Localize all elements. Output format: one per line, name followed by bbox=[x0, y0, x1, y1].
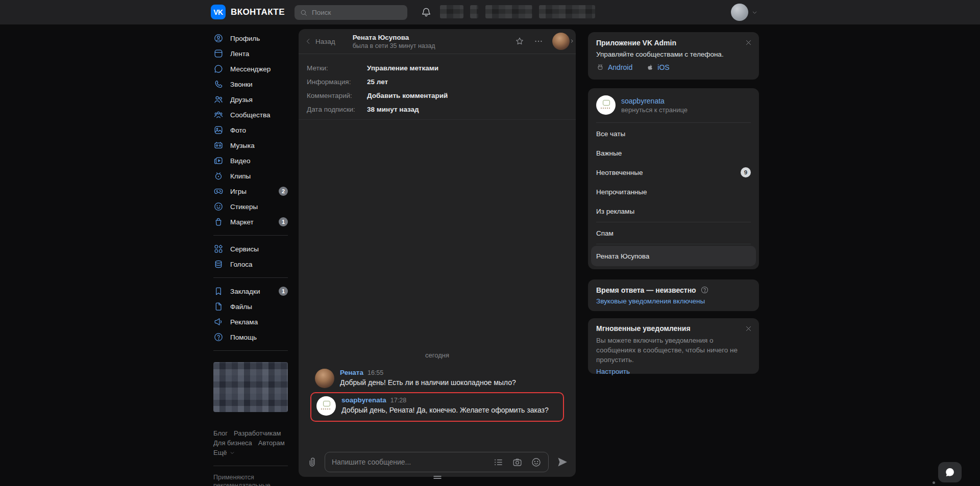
more-options-icon[interactable] bbox=[533, 36, 544, 46]
footer-link[interactable]: Авторам bbox=[258, 439, 285, 447]
sidebar-item-video[interactable]: Видео bbox=[213, 153, 288, 168]
sidebar-item-label: Фото bbox=[230, 126, 246, 134]
chat-user-avatar[interactable] bbox=[552, 33, 570, 50]
back-to-page-link[interactable]: вернуться к странице bbox=[621, 106, 688, 114]
sidebar-ad-blurred[interactable] bbox=[213, 362, 288, 412]
filter-item[interactable]: Из рекламы bbox=[588, 201, 759, 221]
sidebar-item-photos[interactable]: Фото bbox=[213, 122, 288, 138]
vk-logo[interactable]: VK ВКОНТАКТЕ bbox=[211, 5, 285, 19]
footer-more-button[interactable]: Ещё bbox=[213, 448, 295, 457]
sidebar-item-label: Сообщества bbox=[230, 111, 270, 119]
notifications-bell-icon[interactable] bbox=[421, 7, 432, 18]
footer-link[interactable]: Блог bbox=[213, 429, 228, 437]
feed-icon bbox=[213, 48, 224, 59]
sidebar-item-bookmarks[interactable]: Закладки1 bbox=[213, 284, 288, 299]
vk-wordmark: ВКОНТАКТЕ bbox=[231, 7, 285, 17]
filter-label: Непрочитанные bbox=[596, 188, 647, 196]
back-button[interactable]: Назад bbox=[305, 38, 335, 45]
sidebar-item-votes[interactable]: Голоса bbox=[213, 257, 288, 272]
sidebar-item-messenger[interactable]: Мессенджер bbox=[213, 61, 288, 76]
android-store-link[interactable]: Android bbox=[596, 63, 632, 71]
composer-placeholder: Напишите сообщение... bbox=[332, 458, 485, 466]
sidebar-item-music[interactable]: Музыка bbox=[213, 138, 288, 153]
sidebar-item-communities[interactable]: Сообщества bbox=[213, 107, 288, 122]
sound-notifications-link[interactable]: Звуковые уведомления включены bbox=[596, 297, 751, 305]
sidebar-item-label: Помощь bbox=[230, 334, 257, 341]
sidebar-item-stickers[interactable]: Стикеры bbox=[213, 199, 288, 214]
message-incoming[interactable]: Рената 16:55 Добрый день! Есть ли в нали… bbox=[315, 369, 516, 388]
message-templates-icon[interactable] bbox=[493, 457, 504, 468]
sidebar-item-services[interactable]: Сервисы bbox=[213, 241, 288, 257]
vk-app: VK ВКОНТАКТЕ Поиск ПрофильЛентаМессендже… bbox=[0, 0, 980, 486]
chat-title-block: Рената Юсупова была в сети 35 минут наза… bbox=[353, 34, 435, 49]
message-avatar[interactable] bbox=[315, 369, 334, 388]
community-avatar[interactable] bbox=[596, 95, 616, 115]
sidebar-item-calls[interactable]: Звонки bbox=[213, 76, 288, 92]
sidebar-item-files[interactable]: Файлы bbox=[213, 299, 288, 314]
instant-notifications-card: Мгновенные уведомления Вы можете включит… bbox=[588, 318, 759, 374]
apple-store-link[interactable]: iOS bbox=[646, 63, 669, 71]
footer-link[interactable]: Разработчикам bbox=[234, 429, 281, 437]
chat-info-row: Метки:Управление метками bbox=[307, 61, 568, 75]
question-circle-icon[interactable] bbox=[700, 286, 709, 294]
filter-item[interactable]: Неотвеченные9 bbox=[588, 163, 759, 182]
favorite-star-icon[interactable] bbox=[514, 36, 525, 46]
filter-item[interactable]: Важные bbox=[588, 143, 759, 163]
support-chat-button[interactable] bbox=[938, 462, 962, 482]
search-icon bbox=[300, 9, 308, 17]
camera-icon[interactable] bbox=[512, 457, 523, 468]
message-author[interactable]: Рената bbox=[340, 369, 363, 376]
counter-badge: 1 bbox=[279, 287, 288, 296]
message-avatar[interactable] bbox=[316, 396, 336, 416]
sidebar-item-profile[interactable]: Профиль bbox=[213, 31, 288, 46]
top-bar: VK ВКОНТАКТЕ Поиск bbox=[0, 0, 980, 24]
sidebar-item-help[interactable]: Помощь bbox=[213, 329, 288, 345]
sidebar-item-games[interactable]: Игры2 bbox=[213, 184, 288, 199]
close-icon[interactable] bbox=[745, 39, 752, 46]
sidebar-item-label: Клипы bbox=[230, 172, 251, 180]
message-author[interactable]: soapbyrenata bbox=[341, 396, 386, 404]
message-outgoing[interactable]: soapbyrenata 17:28 Добрый день, Рената! … bbox=[316, 396, 558, 416]
footer-link[interactable]: Для бизнеса bbox=[213, 439, 252, 447]
filter-item[interactable]: Непрочитанные bbox=[588, 182, 759, 201]
message-input[interactable]: Напишите сообщение... bbox=[325, 452, 549, 472]
sidebar-item-ads[interactable]: Реклама bbox=[213, 314, 288, 329]
community-chats-card: soapbyrenata вернуться к странице Все ча… bbox=[588, 88, 759, 269]
message-body: Рената 16:55 Добрый день! Есть ли в нали… bbox=[340, 369, 516, 388]
stickers-icon bbox=[213, 201, 224, 212]
chevron-down-icon[interactable] bbox=[752, 10, 757, 15]
search-input[interactable]: Поиск bbox=[295, 5, 407, 20]
sidebar-item-clips[interactable]: Клипы bbox=[213, 168, 288, 184]
filter-label: Все чаты bbox=[596, 130, 625, 138]
store-link-label: iOS bbox=[657, 63, 669, 71]
community-name-link[interactable]: soapbyrenata bbox=[621, 97, 688, 105]
sidebar-item-label: Видео bbox=[230, 157, 250, 165]
resize-handle[interactable] bbox=[433, 475, 441, 480]
android-icon bbox=[596, 63, 604, 71]
communities-icon bbox=[213, 110, 224, 120]
filter-item[interactable]: Рената Юсупова bbox=[591, 246, 756, 266]
send-icon[interactable] bbox=[556, 456, 569, 468]
close-icon[interactable] bbox=[745, 325, 752, 332]
date-separator: сегодня bbox=[299, 351, 576, 359]
attach-paperclip-icon[interactable] bbox=[306, 456, 318, 468]
info-value: 25 лет bbox=[367, 78, 388, 86]
response-time-card: Время ответа — неизвестно Звуковые уведо… bbox=[588, 279, 759, 311]
sidebar-item-friends[interactable]: Друзья bbox=[213, 92, 288, 107]
vk-logo-icon: VK bbox=[211, 5, 226, 19]
sidebar-item-market[interactable]: Маркет1 bbox=[213, 214, 288, 229]
filter-label: Спам bbox=[596, 229, 614, 237]
filter-item[interactable]: Спам bbox=[588, 223, 759, 243]
clips-icon bbox=[213, 171, 224, 181]
emoji-icon[interactable] bbox=[531, 457, 542, 468]
filter-label: Из рекламы bbox=[596, 208, 634, 215]
info-value[interactable]: Добавить комментарий bbox=[367, 92, 448, 99]
sidebar-item-label: Друзья bbox=[230, 96, 253, 104]
vk-admin-title: Приложение VK Admin bbox=[596, 39, 751, 47]
configure-link[interactable]: Настроить bbox=[596, 368, 751, 375]
chat-info-row: Комментарий:Добавить комментарий bbox=[307, 89, 568, 103]
info-value[interactable]: Управление метками bbox=[367, 64, 438, 72]
user-avatar[interactable] bbox=[731, 4, 748, 21]
sidebar-item-feed[interactable]: Лента bbox=[213, 46, 288, 61]
filter-item[interactable]: Все чаты bbox=[588, 124, 759, 143]
